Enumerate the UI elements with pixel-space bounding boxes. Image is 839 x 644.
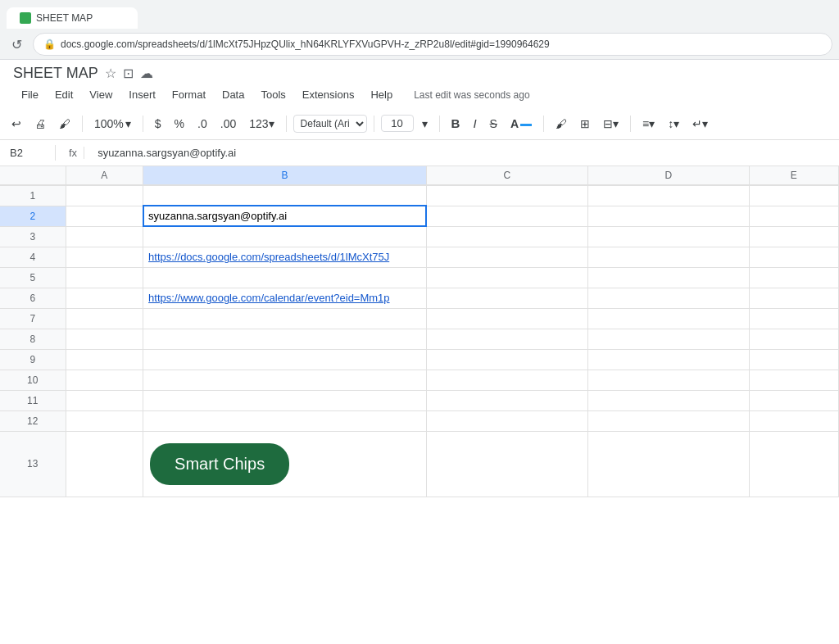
cell-a9[interactable] <box>66 349 143 370</box>
menu-extensions[interactable]: Extensions <box>294 85 363 104</box>
cell-b11[interactable] <box>143 390 427 410</box>
menu-view[interactable]: View <box>81 85 120 104</box>
cell-d1[interactable] <box>587 185 749 206</box>
col-header-b[interactable]: B <box>143 166 427 185</box>
reload-button[interactable]: ↺ <box>7 34 26 54</box>
text-wrap-button[interactable]: ↵▾ <box>687 114 713 134</box>
menu-format[interactable]: Format <box>164 85 214 104</box>
decimal-more-button[interactable]: .00 <box>215 114 241 134</box>
cell-e12[interactable] <box>749 410 838 431</box>
col-header-a[interactable]: A <box>66 166 143 185</box>
cell-e11[interactable] <box>749 390 838 410</box>
star-icon[interactable]: ☆ <box>105 66 116 81</box>
cell-c5[interactable] <box>426 267 587 288</box>
col-header-c[interactable]: C <box>426 166 587 185</box>
cell-a7[interactable] <box>66 308 143 329</box>
cell-c12[interactable] <box>426 410 587 431</box>
percent-button[interactable]: % <box>170 114 189 134</box>
cell-a10[interactable] <box>66 370 143 390</box>
cell-c1[interactable] <box>426 185 587 206</box>
italic-button[interactable]: I <box>468 113 481 134</box>
cell-b12[interactable] <box>143 410 427 431</box>
cell-c9[interactable] <box>426 349 587 370</box>
zoom-selector[interactable]: 100% ▾ <box>89 114 136 134</box>
cell-e4[interactable] <box>749 247 838 267</box>
cell-b13[interactable]: Smart Chips <box>143 431 427 497</box>
cloud-icon[interactable]: ☁ <box>140 66 153 81</box>
cell-d11[interactable] <box>587 390 749 410</box>
col-header-d[interactable]: D <box>587 166 749 185</box>
cell-c13[interactable] <box>426 431 587 497</box>
cell-c2[interactable] <box>426 206 587 226</box>
cell-d2[interactable] <box>587 206 749 226</box>
cell-e7[interactable] <box>749 308 838 329</box>
cell-c8[interactable] <box>426 329 587 349</box>
cell-c11[interactable] <box>426 390 587 410</box>
cell-d9[interactable] <box>587 349 749 370</box>
borders-button[interactable]: ⊞ <box>575 114 595 134</box>
cell-d13[interactable] <box>587 431 749 497</box>
cell-d12[interactable] <box>587 410 749 431</box>
cell-b10[interactable] <box>143 370 427 390</box>
cell-e5[interactable] <box>749 267 838 288</box>
font-family-selector[interactable]: Default (Ari... <box>293 115 367 133</box>
cell-e6[interactable] <box>749 288 838 308</box>
cell-c3[interactable] <box>426 226 587 247</box>
cell-b4[interactable]: https://docs.google.com/spreadsheets/d/1… <box>143 247 427 267</box>
cell-d5[interactable] <box>587 267 749 288</box>
paint-format-button[interactable]: 🖌 <box>54 114 75 134</box>
menu-tools[interactable]: Tools <box>252 85 293 104</box>
number-format-button[interactable]: 123▾ <box>244 114 279 134</box>
smart-chips-button[interactable]: Smart Chips <box>150 443 289 485</box>
undo-button[interactable]: ↩ <box>7 114 26 134</box>
cell-a12[interactable] <box>66 410 143 431</box>
cell-a8[interactable] <box>66 329 143 349</box>
cell-e9[interactable] <box>749 349 838 370</box>
cell-d6[interactable] <box>587 288 749 308</box>
cell-d8[interactable] <box>587 329 749 349</box>
cell-a1[interactable] <box>66 185 143 206</box>
cell-d10[interactable] <box>587 370 749 390</box>
cell-c10[interactable] <box>426 370 587 390</box>
cell-c6[interactable] <box>426 288 587 308</box>
cell-b1[interactable] <box>143 185 427 206</box>
cell-e8[interactable] <box>749 329 838 349</box>
cell-a4[interactable] <box>66 247 143 267</box>
cell-b9[interactable] <box>143 349 427 370</box>
cell-e10[interactable] <box>749 370 838 390</box>
spreadsheet-container[interactable]: A B C D E 1 2 syuzanna.sarg <box>0 166 839 644</box>
font-size-arrow[interactable]: ▾ <box>417 114 433 134</box>
cell-d4[interactable] <box>587 247 749 267</box>
align-h-button[interactable]: ≡▾ <box>637 114 660 134</box>
cell-e2[interactable] <box>749 206 838 226</box>
font-size-input[interactable]: 10 <box>381 115 414 132</box>
fill-color-button[interactable]: 🖌 <box>551 114 572 134</box>
cell-b4-link[interactable]: https://docs.google.com/spreadsheets/d/1… <box>143 249 426 265</box>
cell-a5[interactable] <box>66 267 143 288</box>
strikethrough-button[interactable]: S <box>485 114 502 134</box>
cell-c7[interactable] <box>426 308 587 329</box>
merge-button[interactable]: ⊟▾ <box>598 114 624 134</box>
cell-b3[interactable] <box>143 226 427 247</box>
cell-e13[interactable] <box>749 431 838 497</box>
cell-e1[interactable] <box>749 185 838 206</box>
cell-c4[interactable] <box>426 247 587 267</box>
browser-tab[interactable]: SHEET MAP <box>7 7 138 29</box>
menu-edit[interactable]: Edit <box>47 85 81 104</box>
align-v-button[interactable]: ↕▾ <box>663 114 684 134</box>
menu-data[interactable]: Data <box>214 85 252 104</box>
decimal-less-button[interactable]: .0 <box>193 114 212 134</box>
print-button[interactable]: 🖨 <box>29 114 51 134</box>
drive-icon[interactable]: ⊡ <box>123 66 134 81</box>
cell-a6[interactable] <box>66 288 143 308</box>
address-bar[interactable]: 🔒 docs.google.com/spreadsheets/d/1lMcXt7… <box>33 33 832 56</box>
cell-b8[interactable] <box>143 329 427 349</box>
menu-insert[interactable]: Insert <box>120 85 164 104</box>
cell-a13[interactable] <box>66 431 143 497</box>
cell-d3[interactable] <box>587 226 749 247</box>
currency-button[interactable]: $ <box>150 114 166 134</box>
cell-b7[interactable] <box>143 308 427 329</box>
cell-a2[interactable] <box>66 206 143 226</box>
cell-e3[interactable] <box>749 226 838 247</box>
cell-d7[interactable] <box>587 308 749 329</box>
